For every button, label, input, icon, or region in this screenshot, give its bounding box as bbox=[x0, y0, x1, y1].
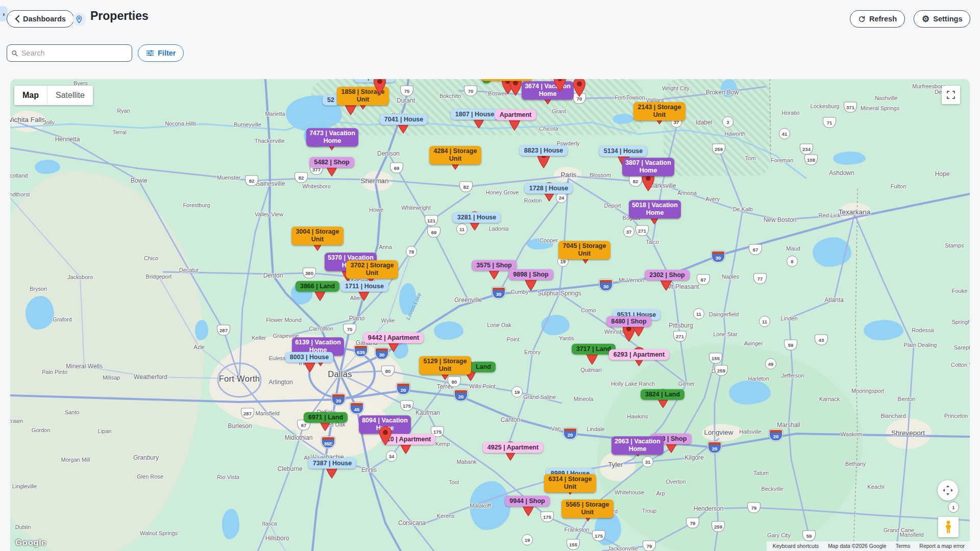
pegman-icon bbox=[943, 520, 953, 534]
map-town-label: Graford bbox=[53, 316, 71, 322]
property-marker-label[interactable]: 8480 | Shop bbox=[606, 316, 651, 327]
pegman-control[interactable] bbox=[938, 517, 959, 537]
property-marker-label[interactable]: 7473 | Vacation Home bbox=[306, 128, 358, 146]
route-shield-175: 175 bbox=[592, 531, 605, 541]
property-marker-label[interactable]: 5482 | Shop bbox=[309, 157, 354, 168]
filter-button[interactable]: Filter bbox=[138, 44, 184, 62]
property-marker-label[interactable]: 6971 | Land bbox=[304, 412, 348, 423]
map-town-label: Keller bbox=[252, 335, 266, 341]
map-town-label: Cleburne bbox=[278, 465, 303, 472]
terms-link[interactable]: Terms bbox=[896, 543, 911, 549]
map-town-label: Red Lick bbox=[819, 212, 841, 218]
route-shield-67: 67 bbox=[749, 244, 762, 255]
property-marker-label[interactable]: 3575 | Shop bbox=[472, 260, 517, 271]
property-marker-label[interactable]: 8823 | House bbox=[520, 145, 568, 156]
property-marker-label[interactable]: 7387 | House bbox=[308, 458, 356, 469]
settings-button[interactable]: ⚙ Settings bbox=[914, 10, 970, 28]
route-shield-3: 3 bbox=[722, 116, 733, 128]
map-type-map[interactable]: Map bbox=[14, 86, 47, 105]
refresh-label: Refresh bbox=[869, 15, 897, 23]
property-marker-label[interactable]: 1711 | House bbox=[340, 281, 388, 292]
map-town-label: Longview bbox=[704, 429, 733, 436]
property-marker-label[interactable]: 7041 | House bbox=[380, 114, 428, 125]
route-shield-19: 19 bbox=[511, 386, 523, 397]
property-marker-label[interactable]: 3807 | Vacation Home bbox=[622, 158, 674, 176]
map-town-label: Paris bbox=[561, 171, 577, 179]
map-town-label: Marietta bbox=[265, 111, 285, 117]
map-town-label: Point bbox=[506, 336, 519, 342]
property-marker-label[interactable]: 4284 | Storage Unit bbox=[429, 146, 481, 164]
property-marker-label[interactable]: Apartment bbox=[495, 110, 536, 120]
keyboard-shortcuts-link[interactable]: Keyboard shortcuts bbox=[773, 543, 819, 549]
map-town-label: Fulton bbox=[891, 183, 906, 189]
property-marker-label[interactable]: 6293 | Apartment bbox=[609, 349, 669, 360]
map-pin[interactable] bbox=[553, 79, 567, 92]
route-shield-259: 259 bbox=[712, 144, 725, 155]
property-marker-label[interactable]: 2143 | Storage Unit bbox=[633, 102, 685, 120]
refresh-button[interactable]: Refresh bbox=[850, 10, 905, 28]
map-town-label: Beckville bbox=[761, 486, 783, 492]
report-map-error-link[interactable]: Report a map error bbox=[919, 543, 965, 549]
map-pin[interactable] bbox=[573, 79, 586, 97]
property-marker-label[interactable]: 5129 | Storage Unit bbox=[419, 356, 471, 374]
property-marker-label[interactable]: 5565 | Storage Unit bbox=[561, 499, 614, 518]
map-town-label: Wills Point bbox=[469, 383, 495, 389]
map-town-label: Tom bbox=[745, 155, 756, 161]
property-marker-label[interactable]: 5018 | Vacation Home bbox=[629, 200, 681, 218]
property-marker-label[interactable]: Land bbox=[471, 362, 496, 372]
map-town-label: Overton bbox=[666, 479, 685, 485]
property-marker-label[interactable]: 6314 | Storage Unit bbox=[544, 474, 596, 492]
property-marker-label[interactable]: 3281 | House bbox=[453, 212, 501, 223]
filter-sliders-icon bbox=[146, 49, 154, 57]
search-input[interactable] bbox=[21, 49, 128, 57]
map-town-label: Durant bbox=[397, 97, 415, 104]
route-shield-11: 11 bbox=[759, 316, 770, 327]
property-marker-label[interactable]: 3824 | Land bbox=[641, 389, 684, 400]
filter-label: Filter bbox=[158, 49, 176, 57]
properties-map[interactable]: Map Satellite Google Keyboard shortcuts … bbox=[10, 79, 970, 551]
property-marker-label[interactable]: 9898 | Shop bbox=[508, 269, 553, 280]
property-marker-label[interactable]: 8003 | House bbox=[285, 352, 333, 363]
map-pin[interactable] bbox=[509, 79, 522, 96]
route-shield-175: 175 bbox=[400, 400, 413, 411]
map-town-label: Lone Star bbox=[713, 331, 738, 337]
property-marker-label[interactable]: 2963 | Vacation Home bbox=[611, 436, 664, 455]
search-icon bbox=[11, 49, 18, 57]
search-box[interactable] bbox=[7, 44, 132, 62]
property-marker-label[interactable]: 9442 | Apartment bbox=[363, 333, 424, 343]
property-marker-label[interactable]: 9944 | Shop bbox=[505, 496, 550, 507]
property-marker-label[interactable]: 3702 | Storage Unit bbox=[346, 260, 398, 279]
map-town-label: Como bbox=[581, 307, 596, 313]
map-town-label: Hope bbox=[935, 170, 950, 178]
map-pin[interactable] bbox=[379, 426, 392, 445]
pan-control[interactable] bbox=[938, 480, 958, 500]
map-town-label: Decatur bbox=[179, 267, 199, 273]
map-town-label: Gary City bbox=[767, 532, 791, 538]
map-type-satellite[interactable]: Satellite bbox=[47, 86, 93, 105]
dashboards-back-button[interactable]: Dashboards bbox=[7, 10, 74, 28]
page-title: Properties bbox=[90, 9, 149, 23]
property-marker-label[interactable]: Storage Unit bbox=[481, 79, 533, 81]
property-marker-label[interactable]: 5134 | House bbox=[599, 146, 647, 157]
route-shield-69: 69 bbox=[427, 227, 440, 238]
property-marker-label[interactable]: 1807 | House bbox=[451, 109, 499, 120]
property-marker-label[interactable]: 1728 | House bbox=[525, 183, 573, 194]
map-pin[interactable] bbox=[373, 79, 386, 94]
property-marker-label[interactable]: 7045 | Storage Unit bbox=[558, 241, 610, 259]
property-marker-label[interactable]: 2302 | Shop bbox=[645, 270, 690, 281]
map-town-label: Pittsburg bbox=[669, 322, 693, 329]
map-town-label: Wylie bbox=[381, 317, 395, 323]
map-town-label: Shreveport bbox=[891, 429, 925, 437]
fullscreen-button[interactable] bbox=[942, 86, 960, 104]
map-town-label: Granbury bbox=[133, 454, 159, 461]
google-logo: Google bbox=[15, 538, 46, 548]
property-marker-label[interactable]: 3004 | Storage Unit bbox=[291, 227, 344, 245]
map-town-label: Lone Oak bbox=[487, 322, 511, 328]
property-marker-label[interactable]: 4925 | Apartment bbox=[483, 442, 543, 453]
map-town-label: Van bbox=[551, 425, 561, 432]
map-town-label: Fouke bbox=[952, 288, 968, 294]
map-town-label: Denton bbox=[263, 272, 283, 279]
map-town-label: Harleton bbox=[748, 375, 769, 382]
property-marker-label[interactable]: 3866 | Land bbox=[296, 281, 339, 292]
map-town-label: Marshall bbox=[777, 421, 800, 429]
